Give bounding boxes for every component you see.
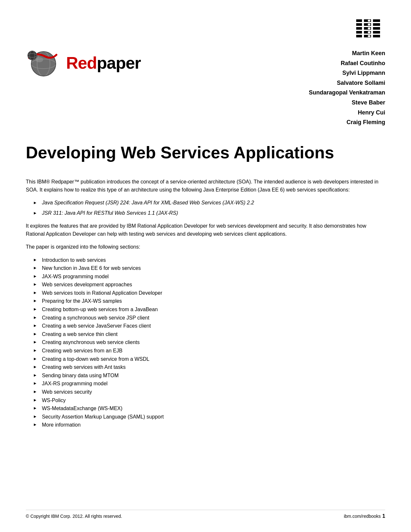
svg-rect-0 — [356, 19, 362, 22]
authors-list: Martin KeenRafael CoutinhoSylvi Lippmann… — [309, 48, 385, 127]
svg-rect-31 — [373, 34, 380, 35]
svg-rect-26 — [368, 31, 370, 33]
toc-item: Creating a top-down web service from a W… — [35, 355, 385, 363]
svg-rect-18 — [356, 34, 362, 35]
abstract-paragraph-1: This IBM® Redpaper™ publication introduc… — [26, 178, 385, 194]
ibm-logo — [356, 19, 385, 39]
toc-item: Creating a web service JavaServer Faces … — [35, 322, 385, 330]
svg-rect-27 — [368, 35, 370, 37]
toc-item: Creating asynchronous web service client… — [35, 338, 385, 347]
svg-rect-21 — [364, 30, 371, 31]
svg-rect-11 — [373, 23, 380, 26]
toc-item: Preparing for the JAX-WS samples — [35, 297, 385, 305]
svg-rect-24 — [368, 24, 370, 25]
redpaper-red-text: Red — [66, 54, 97, 72]
svg-rect-3 — [356, 31, 362, 34]
toc-item: Web services security — [35, 388, 385, 396]
author-name: Henry Cui — [309, 108, 385, 118]
toc-item: JAX-WS programming model — [35, 272, 385, 281]
ibm-logo-area — [26, 19, 385, 39]
svg-rect-14 — [373, 35, 380, 37]
redpaper-paper-text: paper — [97, 54, 141, 72]
svg-rect-28 — [373, 22, 380, 23]
toc-item: WS-Policy — [35, 396, 385, 405]
svg-rect-12 — [373, 27, 380, 30]
toc-list: Introduction to web servicesNew function… — [35, 256, 385, 429]
svg-rect-29 — [373, 26, 380, 27]
redpaper-wordmark: Redpaper — [66, 53, 141, 73]
toc-item: Creating a web service thin client — [35, 330, 385, 339]
svg-rect-23 — [368, 20, 370, 22]
svg-rect-1 — [356, 23, 362, 26]
svg-rect-2 — [356, 27, 362, 30]
redpaper-globe-icon — [26, 48, 61, 77]
redpaper-brand: Redpaper — [26, 48, 141, 77]
spec-item: Java Specification Request (JSR) 224: Ja… — [35, 199, 385, 207]
toc-item: JAX-RS programming model — [35, 379, 385, 388]
author-name: Craig Fleming — [309, 117, 385, 127]
svg-rect-30 — [373, 30, 380, 31]
footer: © Copyright IBM Corp. 2012. All rights r… — [26, 510, 385, 519]
footer-copyright: © Copyright IBM Corp. 2012. All rights r… — [26, 514, 122, 519]
svg-rect-17 — [356, 30, 362, 31]
toc-item: More information — [35, 421, 385, 429]
toc-item: Creating web services from an EJB — [35, 347, 385, 355]
svg-rect-4 — [356, 35, 362, 37]
svg-rect-22 — [364, 34, 371, 35]
footer-website: ibm.com/redbooks — [344, 514, 381, 519]
page: Redpaper Martin KeenRafael CoutinhoSylvi… — [0, 0, 411, 532]
svg-rect-25 — [368, 27, 370, 29]
svg-rect-10 — [373, 19, 380, 22]
main-title: Developing Web Services Applications — [26, 143, 385, 162]
toc-item: Creating web services with Ant tasks — [35, 363, 385, 371]
toc-item: Creating bottom-up web services from a J… — [35, 305, 385, 314]
footer-page-number: 1 — [382, 513, 385, 519]
author-name: Rafael Coutinho — [309, 58, 385, 68]
specs-list: Java Specification Request (JSR) 224: Ja… — [35, 199, 385, 218]
footer-right: ibm.com/redbooks 1 — [344, 513, 385, 519]
header-middle: Redpaper Martin KeenRafael CoutinhoSylvi… — [26, 48, 385, 127]
toc-item: Security Assertion Markup Language (SAML… — [35, 413, 385, 421]
author-name: Sylvi Lippmann — [309, 68, 385, 78]
author-name: Sundaragopal Venkatraman — [309, 88, 385, 98]
toc-item: Introduction to web services — [35, 256, 385, 264]
svg-point-36 — [35, 57, 43, 62]
abstract-paragraph-3: The paper is organized into the followin… — [26, 243, 385, 251]
author-name: Steve Baber — [309, 98, 385, 108]
svg-rect-19 — [364, 22, 371, 23]
toc-item: Creating a synchronous web service JSP c… — [35, 314, 385, 322]
author-name: Salvatore Sollami — [309, 78, 385, 88]
svg-rect-13 — [373, 31, 380, 34]
toc-item: WS-MetadataExchange (WS-MEX) — [35, 404, 385, 413]
author-name: Martin Keen — [309, 48, 385, 58]
toc-item: Sending binary data using MTOM — [35, 371, 385, 380]
spec-item: JSR 311: Java API for RESTful Web Servic… — [35, 209, 385, 217]
svg-rect-15 — [356, 22, 362, 23]
toc-item: Web services development approaches — [35, 281, 385, 289]
abstract-paragraph-2: It explores the features that are provid… — [26, 222, 385, 238]
toc-item: New function in Java EE 6 for web servic… — [35, 264, 385, 272]
toc-item: Web services tools in Rational Applicati… — [35, 289, 385, 297]
svg-rect-16 — [356, 26, 362, 27]
abstract-section: This IBM® Redpaper™ publication introduc… — [26, 178, 385, 429]
svg-rect-20 — [364, 26, 371, 27]
